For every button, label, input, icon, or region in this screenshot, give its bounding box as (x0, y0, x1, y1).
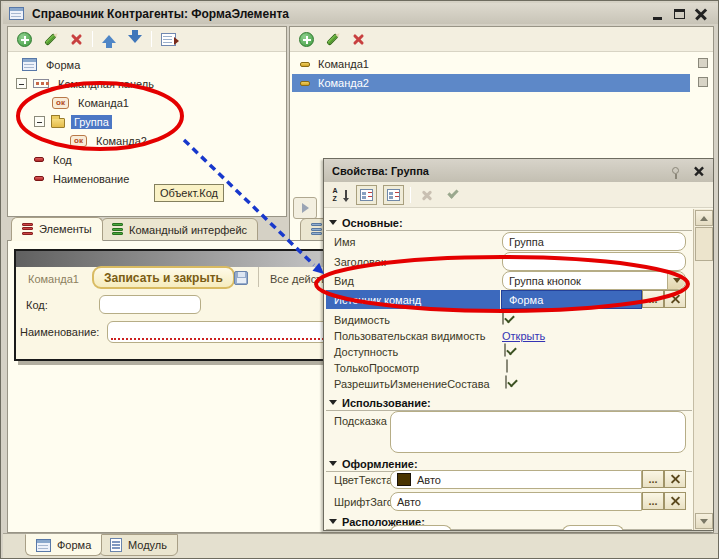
accept-edit-button[interactable] (443, 186, 463, 204)
kind-value-field[interactable] (509, 275, 665, 287)
font-choose-button[interactable]: ... (642, 492, 664, 510)
tab-module[interactable]: Модуль (99, 534, 178, 556)
scroll-down-button[interactable] (695, 513, 713, 529)
command-row-selected[interactable]: Команда2 (292, 74, 690, 92)
close-button[interactable] (690, 5, 712, 22)
move-down-button[interactable] (125, 30, 145, 48)
add-button[interactable] (296, 30, 316, 48)
prop-label-tooltip[interactable]: Подсказка (334, 415, 387, 427)
visibility-checkbox[interactable] (502, 311, 504, 325)
enabled-checkbox[interactable] (504, 343, 506, 357)
scroll-thumb[interactable] (695, 227, 713, 261)
important-only-button[interactable] (383, 185, 404, 205)
code-input[interactable] (99, 295, 201, 314)
categories-view-button[interactable] (356, 185, 377, 205)
window-icon (9, 7, 24, 20)
required-field-underline (111, 338, 336, 340)
commands-toolbar (290, 27, 713, 52)
command-checkbox[interactable] (698, 58, 708, 68)
add-button[interactable] (14, 30, 34, 48)
minimize-button[interactable] (646, 5, 668, 22)
prop-label-visibility[interactable]: Видимость (334, 314, 390, 326)
check-element-button[interactable] (158, 30, 178, 48)
section-layout[interactable]: Расположение: (326, 514, 692, 530)
command-row[interactable]: Команда1 (292, 55, 710, 73)
color-choose-button[interactable]: ... (642, 470, 664, 488)
properties-close-icon[interactable] (694, 166, 704, 176)
module-tab-icon (110, 538, 122, 552)
prop-kind-dropdown[interactable] (502, 271, 686, 290)
elements-tab-icon (22, 223, 33, 236)
maximize-button[interactable] (668, 5, 690, 22)
properties-scrollbar[interactable] (693, 209, 713, 530)
save-button[interactable] (230, 268, 252, 288)
toolbar-separator (410, 187, 411, 203)
tab-command-interface[interactable]: Командный интерфейс (101, 218, 258, 241)
prop-label-title[interactable]: Заголовок (334, 256, 386, 268)
tree-item-code[interactable]: Код (34, 150, 75, 169)
tree-item-command-bar[interactable]: Командная панель (16, 74, 157, 93)
prop-label-user-visibility[interactable]: Пользовательская видимость (334, 330, 486, 342)
properties-title: Свойства: Группа (332, 165, 429, 177)
font-clear-button[interactable] (664, 492, 686, 510)
tree-item-group[interactable]: Группа (34, 112, 112, 131)
prop-name-input[interactable] (502, 232, 686, 251)
tree-item-command2[interactable]: ок Команда2 (70, 131, 150, 150)
collapse-icon[interactable] (34, 116, 45, 127)
prop-label-command-source-selected[interactable]: Источник команд (326, 290, 500, 309)
section-label: Основные: (342, 217, 403, 229)
color-clear-button[interactable] (664, 470, 686, 488)
edit-button[interactable] (40, 30, 60, 48)
dropdown-button[interactable] (667, 272, 685, 289)
tab-label: Элементы (39, 223, 92, 235)
sort-az-button[interactable]: AZ (330, 186, 350, 204)
databinding-hint: Объект.Код (154, 184, 224, 202)
delete-button[interactable] (66, 30, 86, 48)
name-input-field[interactable] (114, 326, 333, 338)
title-font-input[interactable]: Авто (390, 492, 642, 511)
chevron-down-icon (673, 278, 681, 283)
tooltip-textarea[interactable] (390, 411, 686, 453)
preview-command1-label[interactable]: Команда1 (28, 273, 79, 285)
cancel-edit-button[interactable] (417, 186, 437, 204)
read-only-checkbox[interactable] (506, 359, 508, 373)
tab-label: Модуль (128, 539, 167, 551)
prop-label-allow-change[interactable]: РазрешитьИзменениеСостава (334, 378, 490, 390)
prop-label-name[interactable]: Имя (334, 236, 355, 248)
user-visibility-open-link[interactable]: Открыть (502, 330, 545, 342)
collapse-icon[interactable] (16, 78, 27, 89)
save-and-close-button[interactable]: Записать и закрыть (92, 266, 235, 289)
section-usage[interactable]: Использование: (326, 395, 692, 411)
command-checkbox[interactable] (698, 77, 708, 87)
command-label: Команда1 (318, 58, 369, 70)
delete-button[interactable] (348, 30, 368, 48)
edit-button[interactable] (322, 30, 342, 48)
section-main[interactable]: Основные: (326, 215, 692, 231)
tree-item-name[interactable]: Наименование (34, 169, 132, 188)
tree-item-command1[interactable]: ок Команда1 (52, 93, 132, 112)
prop-title-input[interactable] (502, 252, 686, 271)
title-value-field[interactable] (509, 256, 679, 268)
tab-elements[interactable]: Элементы (11, 217, 103, 241)
prop-command-source-value[interactable]: Форма (501, 290, 642, 309)
tree-item-form[interactable]: Форма (22, 55, 83, 74)
title-text-color-input[interactable]: Авто (390, 470, 642, 489)
command-source-choose-button[interactable]: ... (642, 290, 664, 308)
pin-icon[interactable] (672, 167, 679, 174)
allow-change-checkbox[interactable] (505, 375, 507, 389)
move-up-button[interactable] (99, 30, 119, 48)
prop-label-kind[interactable]: Вид (334, 275, 354, 287)
section-collapse-icon (329, 220, 337, 225)
name-value-field[interactable] (509, 236, 679, 248)
scroll-up-button[interactable] (695, 210, 713, 226)
prop-label-read-only[interactable]: ТолькоПросмотр (334, 362, 419, 374)
play-button[interactable] (293, 197, 317, 219)
command-source-clear-button[interactable] (664, 290, 686, 308)
code-input-field[interactable] (106, 299, 194, 311)
prop-label-enabled[interactable]: Доступность (334, 346, 398, 358)
sort-az-icon: AZ (333, 186, 348, 204)
name-input[interactable] (107, 321, 340, 343)
toolbar-separator (92, 31, 93, 47)
tab-form[interactable]: Форма (25, 534, 102, 556)
command-label: Команда2 (318, 77, 369, 89)
